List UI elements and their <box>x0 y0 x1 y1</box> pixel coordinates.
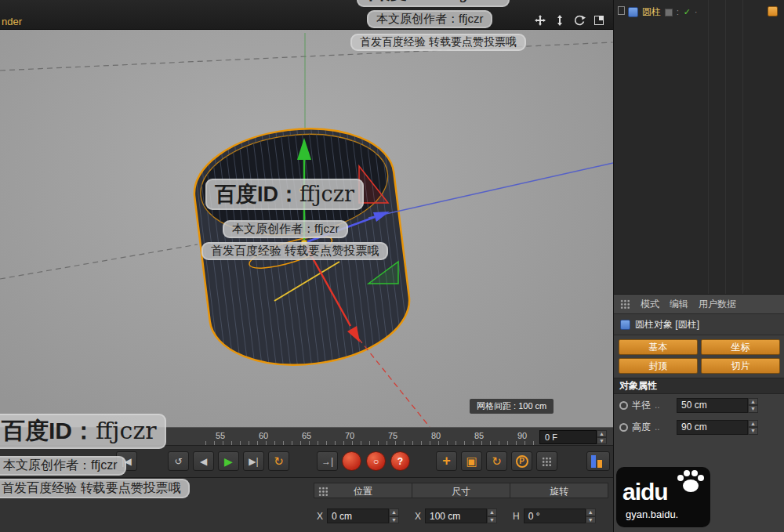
frame-value[interactable]: 0 F <box>539 430 597 444</box>
tab-basic[interactable]: 基本 <box>619 339 698 355</box>
record-keyframe-button[interactable] <box>342 451 361 471</box>
stepper-up-icon[interactable]: ▲ <box>487 508 497 516</box>
object-tag-icon[interactable] <box>768 6 778 16</box>
stepper-down-icon[interactable]: ▼ <box>597 437 607 444</box>
prev-key-button[interactable]: ↺ <box>168 451 189 471</box>
timeline-tick: 85 <box>474 431 484 440</box>
play-button[interactable]: ▶ <box>218 451 239 471</box>
keyframe-circle-icon[interactable] <box>619 401 628 410</box>
dots-grid-icon <box>542 457 552 466</box>
badge-brand-text: aidu <box>622 479 668 505</box>
watermark-author-center: 本文原创作者：ffjczr <box>223 220 348 238</box>
record-position-button[interactable]: + <box>436 451 457 471</box>
current-frame-field: 0 F ▲ ▼ <box>539 430 607 444</box>
record-rotation-button[interactable]: ↻ <box>486 451 507 471</box>
watermark-id-center: 百度ID：ffjczr <box>205 179 364 210</box>
baidu-jingyan-badge: aidu gyan.baidu. <box>616 467 710 527</box>
stepper-up-icon[interactable]: ▲ <box>389 508 399 516</box>
watermark-promo-top: 首发百度经验 转载要点赞投票哦 <box>350 34 526 51</box>
zoom-icon[interactable] <box>552 13 568 27</box>
menu-fragment[interactable]: nder <box>2 16 22 27</box>
pan-icon[interactable] <box>532 13 548 27</box>
watermark-id-top: 百度ID：ffjczr <box>357 0 510 7</box>
badge-domain-text: gyan.baidu. <box>626 508 678 520</box>
tab-mode[interactable]: 模式 <box>641 298 659 311</box>
size-x-group: X 100 cm ▲▼ <box>415 508 497 523</box>
stepper-down-icon[interactable]: ▼ <box>748 405 758 413</box>
size-x-value[interactable]: 100 cm <box>425 508 487 523</box>
rotate-view-icon[interactable] <box>572 13 587 27</box>
position-x-value[interactable]: 0 cm <box>327 508 389 523</box>
radius-input: 50 cm ▲ ▼ <box>677 398 758 413</box>
object-manager[interactable]: 圆柱 : ✓ · <box>614 0 784 294</box>
height-stepper: ▲ ▼ <box>748 420 758 435</box>
position-x-group: X 0 cm ▲▼ <box>317 508 399 523</box>
watermark-id-bottom: 百度ID：ffjczr <box>0 414 166 449</box>
height-value[interactable]: 90 cm <box>677 420 748 435</box>
rotation-h-value[interactable]: 0 ° <box>524 508 586 523</box>
keyframe-selection-button[interactable] <box>536 451 557 471</box>
loop-button[interactable]: ↻ <box>268 451 289 471</box>
columns-icon <box>591 455 605 468</box>
autokey-button[interactable]: ○ <box>366 451 386 471</box>
stepper-down-icon[interactable]: ▼ <box>586 516 596 524</box>
right-panel: 圆柱 : ✓ · 模式 编辑 用户数据 圆柱对象 [圆柱] 基本 坐标 <box>613 0 784 532</box>
baidu-paw-icon <box>676 469 706 494</box>
timeline-tick: 75 <box>388 431 397 440</box>
object-title-label: 圆柱对象 [圆柱] <box>635 318 699 331</box>
keyframe-circle-icon[interactable] <box>619 423 628 432</box>
height-input: 90 cm ▲ ▼ <box>677 420 758 435</box>
watermark-author-bottom: 本文原创作者：ffjczr <box>0 456 126 476</box>
timeline-ticks-strip <box>205 441 541 445</box>
stepper-down-icon[interactable]: ▼ <box>389 516 399 524</box>
size-header: 尺寸 <box>412 485 510 498</box>
timeline-tick: 60 <box>259 431 268 440</box>
object-manager-file-icon[interactable] <box>618 6 625 15</box>
radius-stepper: ▲ ▼ <box>748 398 758 413</box>
next-frame-button[interactable]: ▶| <box>243 451 264 471</box>
layer-color-icon[interactable] <box>665 9 673 16</box>
tab-slice[interactable]: 切片 <box>701 358 780 374</box>
visibility-dots-icon[interactable]: : <box>677 8 680 16</box>
stepper-up-icon[interactable]: ▲ <box>748 420 758 428</box>
stepper-down-icon[interactable]: ▼ <box>748 427 758 435</box>
attribute-section-tabs: 基本 坐标 封顶 切片 <box>614 335 784 378</box>
stepper-up-icon[interactable]: ▲ <box>586 508 596 516</box>
rotation-h-group: H 0 ° ▲▼ <box>513 508 596 523</box>
object-properties-header[interactable]: 对象属性 <box>614 378 784 394</box>
watermark-author-top: 本文原创作者：ffjczr <box>367 10 492 28</box>
stepper-up-icon[interactable]: ▲ <box>748 398 758 406</box>
goto-end-button[interactable]: →| <box>317 451 338 471</box>
stepper-down-icon[interactable]: ▼ <box>487 516 497 524</box>
radius-value[interactable]: 50 cm <box>677 398 748 413</box>
columns-view-button[interactable] <box>586 451 610 471</box>
cinema4d-window: nder <box>0 0 784 532</box>
record-parameter-button[interactable]: P <box>511 451 532 471</box>
position-header: 位置 <box>314 485 412 498</box>
prev-frame-button[interactable]: ◀ <box>193 451 214 471</box>
coordinates-header: 位置 尺寸 旋转 <box>314 483 608 498</box>
tab-edit[interactable]: 编辑 <box>670 298 688 311</box>
cylinder-object-icon <box>620 320 630 330</box>
p-circle-icon: P <box>516 455 528 468</box>
visibility-dot-icon[interactable]: · <box>695 8 698 16</box>
stepper-up-icon[interactable]: ▲ <box>597 430 607 437</box>
frame-stepper: ▲ ▼ <box>597 430 607 444</box>
object-row-cylinder[interactable]: 圆柱 : ✓ · <box>628 5 698 19</box>
enabled-check-icon[interactable]: ✓ <box>684 7 691 17</box>
timeline-tick: 90 <box>517 431 527 440</box>
viewport-nav-icons <box>532 13 607 27</box>
timeline-tick: 80 <box>431 431 441 440</box>
record-scale-button[interactable]: ▣ <box>461 451 482 471</box>
attribute-tabs: 模式 编辑 用户数据 <box>614 295 784 314</box>
tab-user-data[interactable]: 用户数据 <box>699 298 736 311</box>
property-row-height: 高度 .. 90 cm ▲ ▼ <box>614 416 784 438</box>
panel-grip-icon[interactable] <box>620 299 630 309</box>
toggle-view-icon[interactable] <box>591 13 607 27</box>
tab-caps[interactable]: 封顶 <box>619 358 698 374</box>
keyframe-help-button[interactable]: ? <box>390 451 410 471</box>
object-name-label: 圆柱 <box>642 5 661 19</box>
grid-line <box>0 244 198 279</box>
tab-coordinates[interactable]: 坐标 <box>701 339 780 355</box>
z-axis-line <box>368 163 613 218</box>
